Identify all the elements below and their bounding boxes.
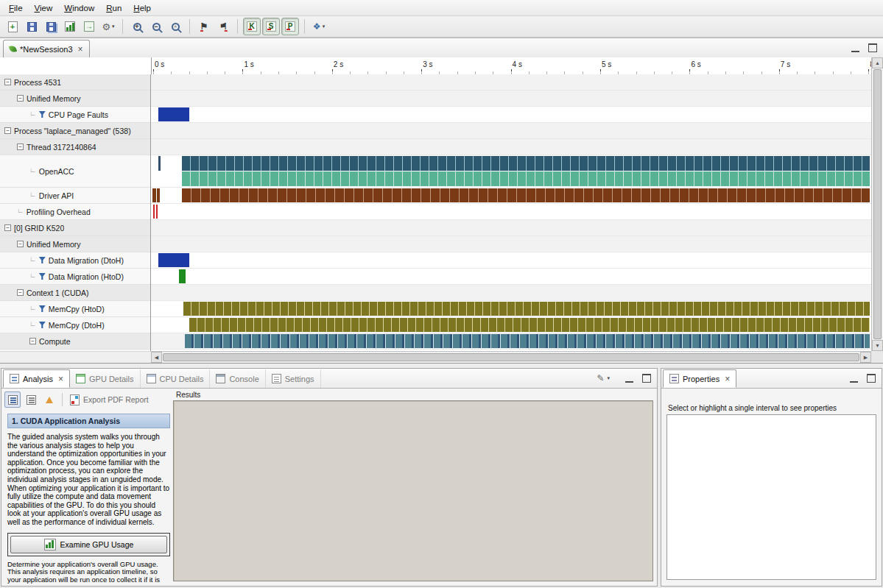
track-openacc[interactable] (151, 155, 871, 188)
row-label-unified-memory[interactable]: −Unified Memory (0, 236, 150, 252)
track-profiling-overhead[interactable] (151, 204, 871, 220)
filter-icon[interactable] (39, 322, 46, 328)
track-0-grid-k520[interactable] (151, 220, 871, 236)
filter-icon[interactable] (39, 257, 46, 263)
promote-analysis-button[interactable] (41, 392, 57, 408)
kernel-toggle-icon[interactable]: K (243, 18, 261, 35)
vertical-scrollbar[interactable]: ▲ ▼ (871, 57, 883, 351)
zoom-in-icon[interactable]: + (128, 18, 146, 35)
menu-help[interactable]: Help (127, 2, 157, 14)
track-context-1-cuda[interactable] (151, 285, 871, 301)
collapse-icon[interactable]: − (4, 127, 11, 134)
row-label-memcpy-htod[interactable]: ∟MemCpy (HtoD) (0, 301, 150, 317)
timeline-bar[interactable] (182, 188, 870, 202)
maximize-icon[interactable] (868, 43, 877, 52)
tab-session[interactable]: *NewSession3 × (3, 40, 90, 57)
track-process-4531[interactable] (151, 74, 871, 91)
collapse-icon[interactable]: − (17, 241, 24, 247)
collapse-icon[interactable]: − (4, 79, 11, 85)
track-memcpy-dtoh[interactable] (151, 317, 871, 333)
maximize-icon[interactable] (867, 374, 876, 383)
row-label-compute[interactable]: −Compute (0, 333, 150, 350)
minimize-icon[interactable] (850, 375, 858, 383)
track-unified-memory[interactable] (151, 236, 871, 252)
track-unified-memory[interactable] (151, 91, 871, 107)
scroll-right-icon[interactable]: ▶ (860, 352, 871, 363)
close-icon[interactable]: × (725, 375, 730, 383)
horizontal-scrollbar[interactable]: ◀ ▶ (151, 351, 871, 363)
stream-toggle-icon[interactable]: S (262, 18, 280, 35)
row-label-thread-3172140864[interactable]: −Thread 3172140864 (0, 139, 150, 155)
settings-menu-icon[interactable]: ⚙▾ (99, 18, 117, 35)
row-label-data-migration-dtoh[interactable]: ∟Data Migration (DtoH) (0, 252, 150, 269)
track-memcpy-htod[interactable] (151, 301, 871, 317)
collapse-icon[interactable]: − (17, 144, 24, 150)
analysis-menu-icon[interactable]: ❖▾ (310, 18, 328, 35)
menu-run[interactable]: Run (100, 2, 127, 14)
menu-window[interactable]: Window (58, 2, 100, 14)
row-label-data-migration-htod[interactable]: ∟Data Migration (HtoD) (0, 269, 150, 285)
profile-chart-icon[interactable] (61, 18, 79, 35)
timeline-bar[interactable] (182, 171, 870, 186)
track-compute[interactable] (151, 333, 871, 350)
save-icon[interactable] (23, 18, 41, 35)
menu-file[interactable]: File (3, 2, 29, 14)
menu-view[interactable]: View (29, 2, 59, 14)
row-label-profiling-overhead[interactable]: ∟Profiling Overhead (0, 204, 150, 220)
collapse-icon[interactable]: − (29, 338, 36, 344)
tab-gpu-details[interactable]: GPU Details (70, 369, 141, 388)
process-toggle-icon[interactable]: P (281, 18, 299, 35)
timeline-bar[interactable] (158, 253, 189, 267)
row-label-context-1-cuda[interactable]: −Context 1 (CUDA) (0, 285, 150, 301)
tab-analysis[interactable]: Analysis× (3, 369, 70, 388)
minimize-icon[interactable] (851, 44, 859, 52)
scroll-left-icon[interactable]: ◀ (151, 352, 162, 363)
zoom-out-icon[interactable]: − (147, 18, 165, 35)
filter-icon[interactable] (39, 273, 46, 280)
row-label-process-4531[interactable]: −Process 4531 (0, 74, 150, 91)
timeline-bar[interactable] (156, 205, 158, 219)
minimize-icon[interactable] (625, 375, 633, 383)
tab-cpu-details[interactable]: CPU Details (141, 369, 211, 388)
track-cpu-page-faults[interactable] (151, 107, 871, 123)
row-label-unified-memory[interactable]: −Unified Memory (0, 91, 150, 107)
timeline-bar[interactable] (189, 318, 870, 332)
close-icon[interactable]: × (78, 46, 83, 53)
timeline-bar[interactable] (158, 107, 189, 121)
row-label-0-grid-k520[interactable]: −[0] GRID K520 (0, 220, 150, 236)
timeline-bar[interactable] (183, 302, 869, 316)
tab-properties[interactable]: Properties × (663, 369, 736, 388)
examine-gpu-usage-button[interactable]: Examine GPU Usage (10, 536, 167, 553)
timeline-bar[interactable] (185, 334, 870, 348)
tab-console[interactable]: Console (210, 369, 265, 388)
timeline-bar[interactable] (153, 205, 155, 219)
zoom-fit-icon[interactable]: ▫ (166, 18, 184, 35)
vertical-scroll-thumb[interactable] (873, 69, 882, 339)
scroll-down-icon[interactable]: ▼ (872, 340, 883, 351)
timeline-bar[interactable] (182, 156, 870, 171)
view-menu-button[interactable]: ✎ ▾ (597, 373, 610, 383)
tab-settings[interactable]: Settings (266, 369, 321, 388)
row-label-openacc[interactable]: ∟OpenACC (0, 155, 150, 188)
track-data-migration-dtoh[interactable] (151, 252, 871, 269)
row-label-cpu-page-faults[interactable]: ∟CPU Page Faults (0, 107, 150, 123)
marker-forward-icon[interactable]: ⚑ (195, 18, 213, 35)
close-icon[interactable]: × (58, 375, 63, 383)
track-thread-3172140864[interactable] (151, 139, 871, 155)
track-driver-api[interactable] (151, 188, 871, 204)
export-pdf-button[interactable]: Export PDF Report (67, 393, 152, 407)
timeline-bar[interactable] (179, 269, 185, 283)
export-timeline-icon[interactable]: → (80, 18, 98, 35)
collapse-icon[interactable]: − (4, 224, 11, 231)
maximize-icon[interactable] (642, 374, 651, 383)
track-data-migration-htod[interactable] (151, 269, 871, 285)
new-session-icon[interactable]: + (4, 18, 21, 35)
collapse-icon[interactable]: − (17, 289, 24, 296)
timeline-bar[interactable] (152, 188, 156, 202)
timeline-bar[interactable] (157, 188, 161, 202)
collapse-icon[interactable]: − (17, 95, 24, 102)
guided-analysis-button[interactable] (4, 392, 21, 408)
horizontal-scroll-thumb[interactable] (163, 353, 859, 361)
filter-icon[interactable] (39, 111, 46, 118)
unguided-analysis-button[interactable] (23, 392, 39, 408)
